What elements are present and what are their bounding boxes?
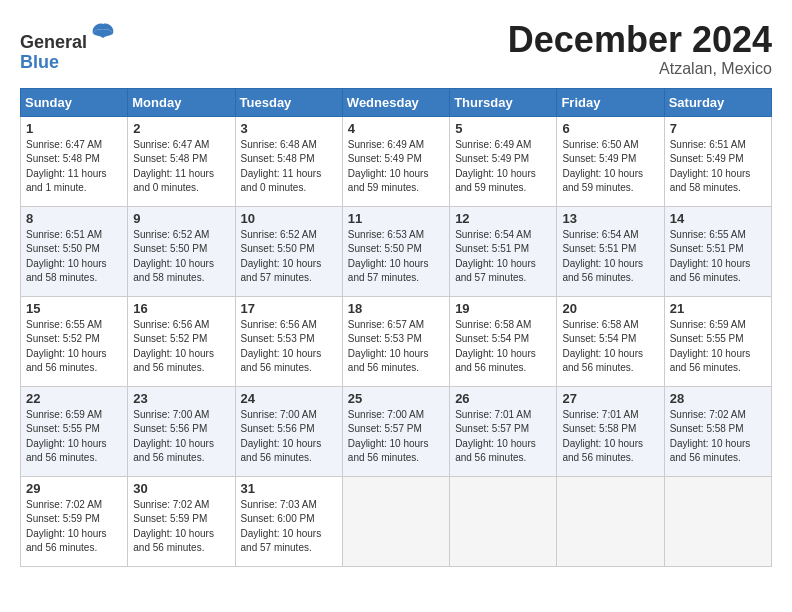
day-number: 23 — [133, 391, 229, 406]
day-info: Sunrise: 7:01 AMSunset: 5:58 PMDaylight:… — [562, 409, 643, 464]
calendar-cell: 11Sunrise: 6:53 AMSunset: 5:50 PMDayligh… — [342, 206, 449, 296]
calendar-cell: 2Sunrise: 6:47 AMSunset: 5:48 PMDaylight… — [128, 116, 235, 206]
day-number: 21 — [670, 301, 766, 316]
day-info: Sunrise: 7:02 AMSunset: 5:59 PMDaylight:… — [26, 499, 107, 554]
day-number: 22 — [26, 391, 122, 406]
day-info: Sunrise: 6:52 AMSunset: 5:50 PMDaylight:… — [133, 229, 214, 284]
location: Atzalan, Mexico — [508, 60, 772, 78]
day-info: Sunrise: 6:51 AMSunset: 5:50 PMDaylight:… — [26, 229, 107, 284]
day-number: 16 — [133, 301, 229, 316]
day-info: Sunrise: 6:54 AMSunset: 5:51 PMDaylight:… — [562, 229, 643, 284]
calendar-header-row: SundayMondayTuesdayWednesdayThursdayFrid… — [21, 88, 772, 116]
day-number: 25 — [348, 391, 444, 406]
day-number: 8 — [26, 211, 122, 226]
calendar-cell: 7Sunrise: 6:51 AMSunset: 5:49 PMDaylight… — [664, 116, 771, 206]
calendar-cell: 10Sunrise: 6:52 AMSunset: 5:50 PMDayligh… — [235, 206, 342, 296]
day-number: 14 — [670, 211, 766, 226]
logo-bird-icon — [89, 20, 117, 48]
calendar-cell: 26Sunrise: 7:01 AMSunset: 5:57 PMDayligh… — [450, 386, 557, 476]
calendar-cell: 13Sunrise: 6:54 AMSunset: 5:51 PMDayligh… — [557, 206, 664, 296]
week-row-0: 1Sunrise: 6:47 AMSunset: 5:48 PMDaylight… — [21, 116, 772, 206]
day-number: 7 — [670, 121, 766, 136]
day-number: 18 — [348, 301, 444, 316]
day-number: 10 — [241, 211, 337, 226]
calendar-table: SundayMondayTuesdayWednesdayThursdayFrid… — [20, 88, 772, 567]
calendar-cell: 8Sunrise: 6:51 AMSunset: 5:50 PMDaylight… — [21, 206, 128, 296]
calendar-cell: 28Sunrise: 7:02 AMSunset: 5:58 PMDayligh… — [664, 386, 771, 476]
calendar-cell: 20Sunrise: 6:58 AMSunset: 5:54 PMDayligh… — [557, 296, 664, 386]
day-number: 1 — [26, 121, 122, 136]
day-info: Sunrise: 6:55 AMSunset: 5:51 PMDaylight:… — [670, 229, 751, 284]
day-info: Sunrise: 7:03 AMSunset: 6:00 PMDaylight:… — [241, 499, 322, 554]
day-info: Sunrise: 7:00 AMSunset: 5:56 PMDaylight:… — [133, 409, 214, 464]
calendar-cell: 21Sunrise: 6:59 AMSunset: 5:55 PMDayligh… — [664, 296, 771, 386]
calendar-cell: 30Sunrise: 7:02 AMSunset: 5:59 PMDayligh… — [128, 476, 235, 566]
day-info: Sunrise: 7:01 AMSunset: 5:57 PMDaylight:… — [455, 409, 536, 464]
day-info: Sunrise: 7:00 AMSunset: 5:57 PMDaylight:… — [348, 409, 429, 464]
month-title: December 2024 — [508, 20, 772, 60]
col-header-wednesday: Wednesday — [342, 88, 449, 116]
calendar-cell: 1Sunrise: 6:47 AMSunset: 5:48 PMDaylight… — [21, 116, 128, 206]
day-number: 13 — [562, 211, 658, 226]
calendar-cell — [450, 476, 557, 566]
calendar-cell: 5Sunrise: 6:49 AMSunset: 5:49 PMDaylight… — [450, 116, 557, 206]
day-number: 26 — [455, 391, 551, 406]
calendar-cell: 12Sunrise: 6:54 AMSunset: 5:51 PMDayligh… — [450, 206, 557, 296]
day-info: Sunrise: 6:59 AMSunset: 5:55 PMDaylight:… — [670, 319, 751, 374]
calendar-cell — [664, 476, 771, 566]
day-info: Sunrise: 6:48 AMSunset: 5:48 PMDaylight:… — [241, 139, 322, 194]
week-row-4: 29Sunrise: 7:02 AMSunset: 5:59 PMDayligh… — [21, 476, 772, 566]
calendar-cell: 22Sunrise: 6:59 AMSunset: 5:55 PMDayligh… — [21, 386, 128, 476]
day-info: Sunrise: 6:50 AMSunset: 5:49 PMDaylight:… — [562, 139, 643, 194]
day-info: Sunrise: 6:58 AMSunset: 5:54 PMDaylight:… — [562, 319, 643, 374]
title-block: December 2024 Atzalan, Mexico — [508, 20, 772, 78]
day-number: 4 — [348, 121, 444, 136]
calendar-cell: 25Sunrise: 7:00 AMSunset: 5:57 PMDayligh… — [342, 386, 449, 476]
calendar-body: 1Sunrise: 6:47 AMSunset: 5:48 PMDaylight… — [21, 116, 772, 566]
day-number: 17 — [241, 301, 337, 316]
day-number: 29 — [26, 481, 122, 496]
day-info: Sunrise: 6:56 AMSunset: 5:53 PMDaylight:… — [241, 319, 322, 374]
day-number: 31 — [241, 481, 337, 496]
day-info: Sunrise: 6:56 AMSunset: 5:52 PMDaylight:… — [133, 319, 214, 374]
day-number: 20 — [562, 301, 658, 316]
day-number: 30 — [133, 481, 229, 496]
logo: General Blue — [20, 20, 117, 73]
week-row-1: 8Sunrise: 6:51 AMSunset: 5:50 PMDaylight… — [21, 206, 772, 296]
calendar-cell: 31Sunrise: 7:03 AMSunset: 6:00 PMDayligh… — [235, 476, 342, 566]
calendar-cell: 16Sunrise: 6:56 AMSunset: 5:52 PMDayligh… — [128, 296, 235, 386]
day-info: Sunrise: 6:57 AMSunset: 5:53 PMDaylight:… — [348, 319, 429, 374]
day-info: Sunrise: 6:58 AMSunset: 5:54 PMDaylight:… — [455, 319, 536, 374]
day-info: Sunrise: 6:53 AMSunset: 5:50 PMDaylight:… — [348, 229, 429, 284]
calendar-cell: 23Sunrise: 7:00 AMSunset: 5:56 PMDayligh… — [128, 386, 235, 476]
day-info: Sunrise: 6:49 AMSunset: 5:49 PMDaylight:… — [348, 139, 429, 194]
col-header-monday: Monday — [128, 88, 235, 116]
col-header-saturday: Saturday — [664, 88, 771, 116]
day-number: 5 — [455, 121, 551, 136]
col-header-sunday: Sunday — [21, 88, 128, 116]
logo-blue-text: Blue — [20, 53, 117, 73]
calendar-cell: 9Sunrise: 6:52 AMSunset: 5:50 PMDaylight… — [128, 206, 235, 296]
logo-general: General — [20, 32, 87, 52]
calendar-cell: 14Sunrise: 6:55 AMSunset: 5:51 PMDayligh… — [664, 206, 771, 296]
day-number: 11 — [348, 211, 444, 226]
calendar-cell: 27Sunrise: 7:01 AMSunset: 5:58 PMDayligh… — [557, 386, 664, 476]
day-info: Sunrise: 6:52 AMSunset: 5:50 PMDaylight:… — [241, 229, 322, 284]
calendar-cell — [342, 476, 449, 566]
day-info: Sunrise: 6:51 AMSunset: 5:49 PMDaylight:… — [670, 139, 751, 194]
day-info: Sunrise: 6:54 AMSunset: 5:51 PMDaylight:… — [455, 229, 536, 284]
calendar-cell — [557, 476, 664, 566]
day-number: 12 — [455, 211, 551, 226]
day-number: 19 — [455, 301, 551, 316]
day-info: Sunrise: 7:00 AMSunset: 5:56 PMDaylight:… — [241, 409, 322, 464]
day-info: Sunrise: 6:55 AMSunset: 5:52 PMDaylight:… — [26, 319, 107, 374]
day-number: 9 — [133, 211, 229, 226]
day-number: 2 — [133, 121, 229, 136]
calendar-cell: 4Sunrise: 6:49 AMSunset: 5:49 PMDaylight… — [342, 116, 449, 206]
calendar-cell: 18Sunrise: 6:57 AMSunset: 5:53 PMDayligh… — [342, 296, 449, 386]
day-info: Sunrise: 6:47 AMSunset: 5:48 PMDaylight:… — [26, 139, 107, 194]
col-header-thursday: Thursday — [450, 88, 557, 116]
calendar-cell: 3Sunrise: 6:48 AMSunset: 5:48 PMDaylight… — [235, 116, 342, 206]
col-header-tuesday: Tuesday — [235, 88, 342, 116]
calendar-cell: 24Sunrise: 7:00 AMSunset: 5:56 PMDayligh… — [235, 386, 342, 476]
